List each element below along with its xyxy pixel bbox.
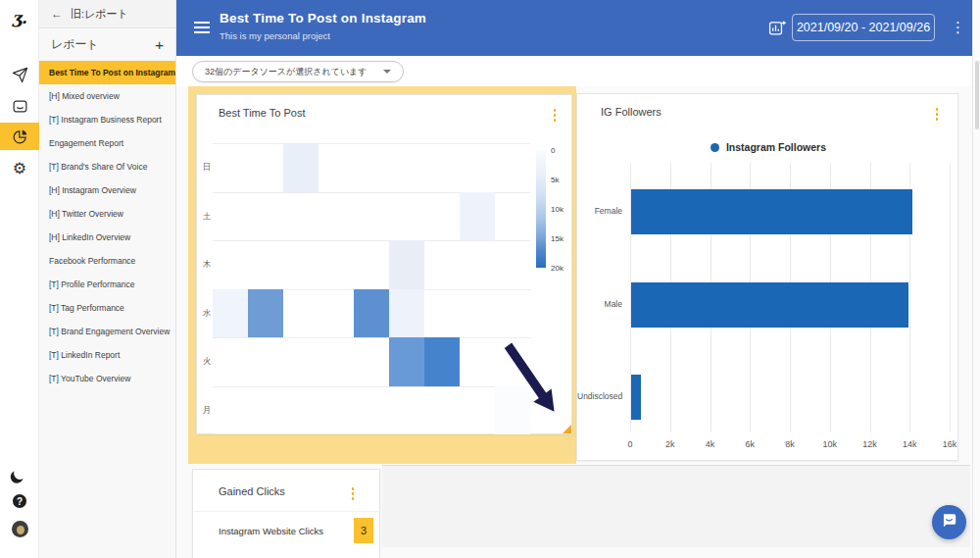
sidebar-section-title: レポート — [51, 36, 99, 53]
settings-nav-button[interactable]: ⚙ — [0, 154, 39, 183]
category-label: Undisclosed — [577, 391, 622, 401]
sidebar-item-report[interactable]: Engagement Report — [39, 131, 175, 155]
canvas-empty-area — [382, 465, 970, 547]
sidebar-item-report[interactable]: [H] LinkedIn Overview — [39, 226, 175, 249]
header-kebab-menu[interactable]: ⋮ — [951, 18, 965, 37]
app-header: Best Time To Post on Instagram This is m… — [176, 0, 972, 56]
bar-plot-area — [630, 163, 950, 432]
sidebar-item-report[interactable]: [T] Brand Engagement Overview — [39, 320, 175, 343]
heatmap-grid — [213, 143, 530, 434]
heatmap-cell[interactable] — [460, 192, 495, 241]
x-axis-tick-label: 4k — [695, 439, 726, 449]
report-sidebar: ← 旧:レポート レポート + Best Time To Post on Ins… — [39, 0, 176, 558]
scrollbar-track[interactable] — [972, 0, 980, 558]
widget-title: Best Time To Post — [219, 107, 305, 119]
nav-rail: ʒ. ⚙ — [0, 0, 39, 558]
pie-chart-icon — [12, 128, 28, 145]
widget-kebab-menu[interactable] — [934, 106, 941, 123]
sidebar-item-report[interactable]: [T] LinkedIn Report — [39, 343, 175, 367]
metric-row[interactable]: Instagram Website Clicks3 — [193, 511, 381, 550]
chat-bubble-icon — [940, 511, 958, 533]
date-range-button[interactable]: 2021/09/20 - 2021/09/26 — [792, 14, 935, 41]
heatmap-scale-tick-label: 10k — [551, 205, 564, 214]
app-root: ʒ. ⚙ — [0, 0, 980, 558]
heatmap-row-label: 水 — [201, 289, 213, 338]
heatmap-cell[interactable] — [213, 289, 248, 338]
widget-kebab-menu[interactable] — [552, 107, 559, 124]
x-axis-tick-label: 2k — [655, 439, 686, 449]
add-chart-icon[interactable] — [768, 19, 787, 41]
heatmap-widget[interactable]: Best Time To Post 日土木水火月 05k10k15k20k — [196, 94, 572, 434]
chat-fab-button[interactable] — [932, 505, 966, 539]
scrollbar-thumb[interactable] — [975, 61, 979, 129]
widget-title: Gained Clicks — [219, 485, 285, 497]
heatmap-gridline — [213, 337, 530, 338]
heatmap-cell[interactable] — [389, 240, 424, 289]
sidebar-section-header: レポート + — [39, 28, 175, 61]
sidebar-item-report[interactable]: [H] Twitter Overview — [39, 202, 175, 226]
sidebar-back-button[interactable]: ← 旧:レポート — [39, 0, 175, 28]
publish-nav-button[interactable] — [0, 60, 39, 89]
datasource-selector[interactable]: 32個のデータソースが選択されています — [192, 61, 404, 82]
bar-undisclosed[interactable] — [631, 375, 641, 420]
widget-kebab-menu[interactable] — [350, 485, 357, 502]
heatmap-cell[interactable] — [354, 289, 389, 338]
heatmap-cell[interactable] — [424, 337, 460, 386]
resize-handle[interactable] — [563, 425, 571, 433]
bar-male[interactable] — [631, 282, 908, 328]
bar-chart-widget[interactable]: IG Followers Instagram Followers FemaleM… — [576, 93, 958, 461]
heatmap-color-scale — [536, 150, 546, 268]
metric-value-badge: 3 — [354, 518, 373, 543]
sidebar-item-report[interactable]: [T] Tag Performance — [39, 296, 175, 320]
sidebar-item-report[interactable]: [H] Mixed overview — [39, 84, 175, 108]
account-button[interactable] — [0, 514, 39, 543]
heatmap-cell[interactable] — [248, 289, 283, 338]
category-label: Female — [577, 206, 622, 216]
help-button[interactable]: ? — [0, 486, 39, 516]
heatmap-row-label: 土 — [201, 192, 213, 241]
category-label: Male — [577, 299, 622, 309]
report-canvas: Best Time To Post 日土木水火月 05k10k15k20k IG… — [176, 86, 972, 558]
x-axis-tick-label: 14k — [894, 439, 925, 449]
add-report-button[interactable]: + — [155, 37, 164, 52]
heatmap-cell[interactable] — [283, 143, 318, 192]
legend-dot-icon — [710, 143, 719, 152]
dark-mode-button[interactable] — [0, 458, 39, 487]
heatmap-row-label: 月 — [201, 386, 213, 435]
menu-icon[interactable] — [194, 22, 210, 36]
metric-label: Instagram Website Clicks — [219, 526, 323, 536]
heatmap-cell[interactable] — [495, 386, 530, 435]
sidebar-item-report[interactable]: Facebook Performance — [39, 249, 175, 273]
x-axis-tick-label: 16k — [934, 439, 965, 449]
heatmap-cell[interactable] — [389, 289, 424, 338]
heatmap-gridline — [213, 240, 530, 241]
sidebar-item-report[interactable]: [T] Brand's Share Of Voice — [39, 155, 175, 178]
chevron-down-icon — [383, 70, 391, 74]
x-axis-tick-label: 12k — [855, 439, 886, 449]
sidebar-item-report[interactable]: [H] Instagram Overview — [39, 178, 175, 202]
sidebar-item-report[interactable]: Best Time To Post on Instagram — [39, 61, 175, 84]
moon-icon — [12, 465, 26, 480]
x-axis-tick-label: 8k — [774, 439, 806, 449]
bar-female[interactable] — [631, 189, 912, 234]
sidebar-item-report[interactable]: [T] YouTube Overview — [39, 367, 175, 390]
heatmap-row-label: 木 — [201, 240, 213, 289]
heatmap-scale-tick-label: 15k — [551, 234, 564, 243]
chat-bubble-icon — [12, 98, 28, 115]
heatmap-cell[interactable] — [389, 337, 424, 386]
question-icon: ? — [13, 494, 26, 508]
sidebar-item-report[interactable]: [T] Profile Performance — [39, 273, 175, 296]
analytics-nav-button[interactable] — [0, 123, 39, 150]
chart-legend: Instagram Followers — [577, 141, 959, 153]
page-subtitle: This is my personal project — [220, 30, 330, 41]
heatmap-gridline — [213, 386, 530, 387]
datasource-selector-label: 32個のデータソースが選択されています — [205, 66, 368, 78]
sidebar-item-report[interactable]: [T] Instagram Business Report — [39, 108, 175, 131]
heatmap-row-label: 日 — [201, 143, 213, 192]
gear-icon: ⚙ — [13, 161, 26, 177]
inbox-nav-button[interactable] — [0, 91, 39, 121]
report-list: Best Time To Post on Instagram[H] Mixed … — [39, 61, 175, 390]
paper-plane-icon — [12, 67, 28, 83]
heatmap-gridline — [213, 143, 530, 144]
metric-widget[interactable]: Gained Clicks Instagram Website Clicks3 — [192, 469, 380, 558]
